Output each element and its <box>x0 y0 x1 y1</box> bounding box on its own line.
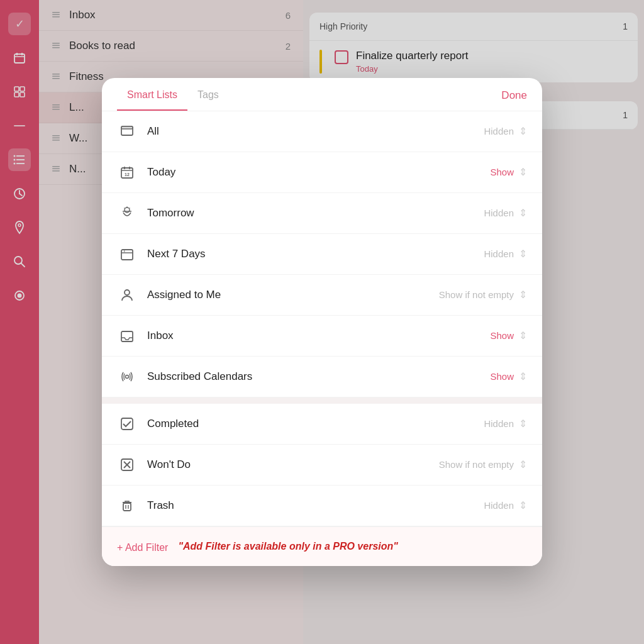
tab-smart-lists[interactable]: Smart Lists <box>117 89 187 111</box>
sl-status-today: Show <box>490 167 514 177</box>
sl-name-trash: Trash <box>147 499 484 512</box>
modal-overlay[interactable]: Smart Lists Tags Done All Hidden ⇕ <box>0 0 644 644</box>
sl-chevron-trash[interactable]: ⇕ <box>519 499 527 511</box>
svg-point-48 <box>125 208 130 213</box>
sl-chevron-next7[interactable]: ⇕ <box>519 248 527 260</box>
sl-icon-subscribed <box>117 367 137 387</box>
sl-status-inbox: Show <box>490 330 514 341</box>
sl-chevron-completed[interactable]: ⇕ <box>519 418 527 430</box>
sl-status-assigned: Show if not empty <box>439 289 514 300</box>
svg-text:T: T <box>123 249 126 253</box>
sl-chevron-all[interactable]: ⇕ <box>519 125 527 137</box>
sl-icon-inbox <box>117 326 137 346</box>
sl-name-all: All <box>147 125 484 138</box>
sl-chevron-today[interactable]: ⇕ <box>519 166 527 178</box>
sl-name-assigned: Assigned to Me <box>147 289 439 301</box>
sl-chevron-subscribed[interactable]: ⇕ <box>519 370 527 382</box>
svg-point-58 <box>126 375 129 378</box>
svg-line-50 <box>130 208 130 208</box>
sl-name-completed: Completed <box>147 418 484 430</box>
sl-status-tomorrow: Hidden <box>484 208 514 218</box>
add-filter-row: + Add Filter "Add Filter is available on… <box>117 540 527 553</box>
sl-chevron-tomorrow[interactable]: ⇕ <box>519 207 527 219</box>
pro-notice: "Add Filter is available only in a PRO v… <box>178 540 398 553</box>
sl-row-completed[interactable]: Completed Hidden ⇕ <box>102 404 542 445</box>
tab-tags[interactable]: Tags <box>187 89 229 111</box>
sl-status-all: Hidden <box>484 126 514 136</box>
sl-name-next7: Next 7 Days <box>147 248 484 260</box>
sl-row-all[interactable]: All Hidden ⇕ <box>102 111 542 152</box>
svg-rect-59 <box>121 418 133 430</box>
sl-row-wontdo[interactable]: Won't Do Show if not empty ⇕ <box>102 445 542 486</box>
sl-name-wontdo: Won't Do <box>147 458 439 471</box>
sl-row-trash[interactable]: Trash Hidden ⇕ <box>102 486 542 526</box>
sl-icon-all <box>117 121 137 142</box>
sl-icon-today: 12 <box>117 162 137 182</box>
sl-name-subscribed: Subscribed Calendars <box>147 370 490 383</box>
sl-status-next7: Hidden <box>484 248 514 259</box>
done-button[interactable]: Done <box>501 89 527 111</box>
sl-name-tomorrow: Tomorrow <box>147 207 484 219</box>
sl-icon-wontdo <box>117 455 137 475</box>
sl-chevron-assigned[interactable]: ⇕ <box>519 289 527 301</box>
sl-row-assigned[interactable]: Assigned to Me Show if not empty ⇕ <box>102 275 542 316</box>
modal-body: All Hidden ⇕ 12 Today Show ⇕ <box>102 111 542 526</box>
sl-status-trash: Hidden <box>484 500 514 511</box>
add-filter-button[interactable]: + Add Filter <box>117 542 168 553</box>
sl-chevron-inbox[interactable]: ⇕ <box>519 330 527 341</box>
sl-row-tomorrow[interactable]: Tomorrow Hidden ⇕ <box>102 193 542 234</box>
modal-footer: + Add Filter "Add Filter is available on… <box>102 526 542 566</box>
svg-line-51 <box>125 208 125 208</box>
sl-row-inbox[interactable]: Inbox Show ⇕ <box>102 316 542 357</box>
sl-name-inbox: Inbox <box>147 330 490 342</box>
smart-lists-modal: Smart Lists Tags Done All Hidden ⇕ <box>102 78 542 566</box>
sl-icon-trash <box>117 496 137 516</box>
sl-chevron-wontdo[interactable]: ⇕ <box>519 458 527 470</box>
sl-icon-next7: T <box>117 244 137 264</box>
section-divider <box>102 397 542 404</box>
sl-row-next7[interactable]: T Next 7 Days Hidden ⇕ <box>102 234 542 275</box>
svg-rect-42 <box>121 126 133 129</box>
svg-point-56 <box>125 290 130 295</box>
sl-row-subscribed[interactable]: Subscribed Calendars Show ⇕ <box>102 357 542 397</box>
sl-status-subscribed: Show <box>490 371 514 382</box>
sl-name-today: Today <box>147 166 490 179</box>
svg-rect-63 <box>123 503 131 511</box>
sl-icon-tomorrow <box>117 203 137 223</box>
sl-status-wontdo: Show if not empty <box>439 459 514 470</box>
sl-icon-completed <box>117 414 137 434</box>
svg-text:12: 12 <box>125 172 130 177</box>
sl-icon-assigned <box>117 285 137 305</box>
sl-status-completed: Hidden <box>484 418 514 429</box>
modal-tabs: Smart Lists Tags Done <box>102 78 542 111</box>
sl-row-today[interactable]: 12 Today Show ⇕ <box>102 152 542 193</box>
